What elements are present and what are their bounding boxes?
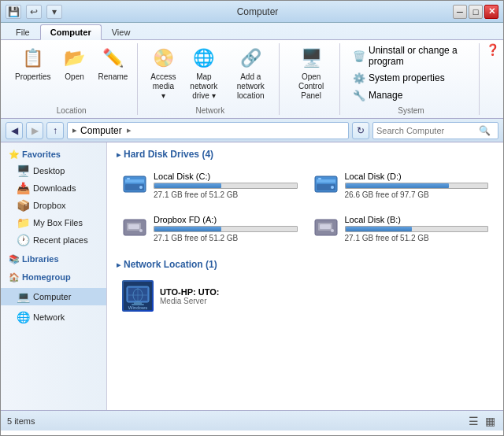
address-bar[interactable]: ▸ Computer ▸ <box>67 122 349 139</box>
drive-b-name: Local Disk (B:) <box>345 215 489 224</box>
system-props-icon: ⚙️ <box>353 72 365 84</box>
system-group-label: System <box>398 105 424 115</box>
network-item-name: UTO-HP: UTO: <box>160 287 219 297</box>
sidebar-item-computer[interactable]: 💻 Computer <box>1 288 106 305</box>
desktop-icon: 🖥️ <box>17 164 29 177</box>
network-item-info: UTO-HP: UTO: Media Server <box>160 287 219 305</box>
sidebar-item-downloads[interactable]: 📥 Downloads <box>1 179 106 197</box>
uninstall-button[interactable]: 🗑️ Uninstall or change a program <box>350 43 472 68</box>
sidebar-item-desktop[interactable]: 🖥️ Desktop <box>1 162 106 179</box>
control-buttons: 🖥️ Open ControlPanel <box>289 43 333 112</box>
drive-b-bar-container <box>345 226 489 232</box>
refresh-button[interactable]: ↻ <box>352 122 369 139</box>
drive-b-icon <box>313 213 339 244</box>
drive-b[interactable]: Local Disk (B:) 27.1 GB free of 51.2 GB <box>308 209 495 248</box>
manage-button[interactable]: 🔧 Manage <box>350 87 472 103</box>
rename-button[interactable]: ✏️ Rename <box>95 43 132 84</box>
rename-icon: ✏️ <box>100 46 125 71</box>
close-button[interactable]: ✕ <box>484 5 498 19</box>
drive-d-bar <box>346 183 450 188</box>
location-group-label: Location <box>57 105 87 115</box>
system-properties-button[interactable]: ⚙️ System properties <box>350 70 472 86</box>
sidebar-item-recentplaces[interactable]: 🕐 Recent places <box>1 231 106 249</box>
list-view-button[interactable]: ☰ <box>467 413 480 429</box>
add-network-button[interactable]: 🔗 Add a networklocation <box>228 43 272 103</box>
tab-file[interactable]: File <box>6 24 40 39</box>
access-media-button[interactable]: 📀 Accessmedia ▾ <box>147 43 179 103</box>
search-box[interactable]: 🔍 <box>372 122 498 139</box>
drive-a-icon <box>122 213 147 244</box>
sidebar-homegroup-header[interactable]: 🏠 Homegroup <box>1 270 106 285</box>
sidebar-network-label: Network <box>33 312 65 322</box>
system-props-label: System properties <box>369 72 445 83</box>
map-network-button[interactable]: 🌐 Map networkdrive ▾ <box>183 43 224 103</box>
properties-label: Properties <box>15 72 51 82</box>
sidebar-computer-label: Computer <box>33 292 71 301</box>
drive-a-free: 27.1 GB free of 51.2 GB <box>154 234 298 242</box>
back-button[interactable]: ◀ <box>6 122 23 139</box>
sidebar-section-homegroup: 🏠 Homegroup <box>1 270 106 285</box>
sidebar-item-dropbox[interactable]: 📦 Dropbox <box>1 197 106 214</box>
network-section-header: Network Location (1) <box>117 259 494 270</box>
manage-icon: 🔧 <box>353 89 365 102</box>
window-title: Computer <box>62 6 453 17</box>
sidebar-downloads-label: Downloads <box>33 183 76 193</box>
uninstall-icon: 🗑️ <box>353 50 365 62</box>
search-input[interactable] <box>376 126 479 135</box>
drive-a-info: Dropbox FD (A:) 27.1 GB free of 51.2 GB <box>154 215 298 242</box>
svg-rect-1 <box>125 179 144 183</box>
open-control-panel-button[interactable]: 🖥️ Open ControlPanel <box>289 43 333 103</box>
dropbox-icon: 📦 <box>17 199 29 212</box>
ribbon-group-system: 🗑️ Uninstall or change a program ⚙️ Syst… <box>343 43 480 115</box>
recentplaces-icon: 🕐 <box>17 234 29 246</box>
tab-computer[interactable]: Computer <box>40 24 102 40</box>
add-network-label: Add a networklocation <box>232 72 269 101</box>
drive-c-free: 27.1 GB free of 51.2 GB <box>154 190 298 199</box>
ribbon-tabs: File Computer View <box>1 23 503 39</box>
drive-c-info: Local Disk (C:) 27.1 GB free of 51.2 GB <box>154 172 298 199</box>
up-button[interactable]: ↑ <box>46 122 64 139</box>
add-network-icon: 🔗 <box>238 46 263 71</box>
network-item-icon: Windows <box>122 280 154 312</box>
drive-d-free: 26.6 GB free of 97.7 GB <box>345 190 489 199</box>
sidebar-item-myboxfiles[interactable]: 📁 My Box Files <box>1 214 106 231</box>
access-media-icon: 📀 <box>150 46 176 71</box>
minimize-button[interactable]: ─ <box>453 5 467 19</box>
access-media-label: Accessmedia ▾ <box>150 72 176 101</box>
sidebar-libraries-header[interactable]: 📚 Libraries <box>1 252 106 267</box>
drive-c[interactable]: Local Disk (C:) 27.1 GB free of 51.2 GB <box>117 166 303 205</box>
dropdown-quick-btn[interactable]: ▾ <box>46 5 62 19</box>
svg-rect-7 <box>318 178 321 179</box>
open-icon: 📂 <box>62 46 87 71</box>
nav-bar: ◀ ▶ ↑ ▸ Computer ▸ ↻ 🔍 <box>1 119 503 142</box>
sidebar-recentplaces-label: Recent places <box>33 235 88 245</box>
details-view-button[interactable]: ▦ <box>484 413 497 429</box>
maximize-button[interactable]: □ <box>469 5 483 19</box>
open-label: Open <box>65 72 83 82</box>
network-group-label: Network <box>195 105 224 115</box>
forward-button[interactable]: ▶ <box>26 122 43 139</box>
tab-view[interactable]: View <box>102 24 141 39</box>
view-controls: ☰ ▦ <box>467 413 497 429</box>
properties-button[interactable]: 📋 Properties <box>12 43 54 84</box>
sidebar-favorites-header[interactable]: ⭐ Favorites <box>1 147 106 162</box>
sidebar-section-computer: 💻 Computer <box>1 288 106 305</box>
sidebar-section-network: 🌐 Network <box>1 309 106 326</box>
save-quick-btn[interactable]: 💾 <box>6 5 21 19</box>
favorites-star-icon: ⭐ <box>9 150 20 159</box>
control-panel-label: Open ControlPanel <box>292 72 330 101</box>
drive-c-icon <box>122 170 147 201</box>
network-location-item[interactable]: Windows UTO-HP: UTO: Media Server <box>117 276 494 316</box>
downloads-icon: 📥 <box>17 182 29 194</box>
sidebar-item-network[interactable]: 🌐 Network <box>1 309 106 326</box>
svg-text:Windows: Windows <box>128 305 147 310</box>
main-area: ⭐ Favorites 🖥️ Desktop 📥 Downloads 📦 Dro… <box>1 142 503 410</box>
drive-d[interactable]: Local Disk (D:) 26.6 GB free of 97.7 GB <box>308 166 495 205</box>
window-controls: ─ □ ✕ <box>453 5 498 19</box>
open-button[interactable]: 📂 Open <box>59 43 91 84</box>
drive-a[interactable]: Dropbox FD (A:) 27.1 GB free of 51.2 GB <box>117 209 303 248</box>
help-icon[interactable]: ❓ <box>486 43 498 56</box>
drive-b-free: 27.1 GB free of 51.2 GB <box>345 234 489 242</box>
path-computer[interactable]: Computer <box>80 125 122 136</box>
undo-quick-btn[interactable]: ↩ <box>26 5 42 19</box>
